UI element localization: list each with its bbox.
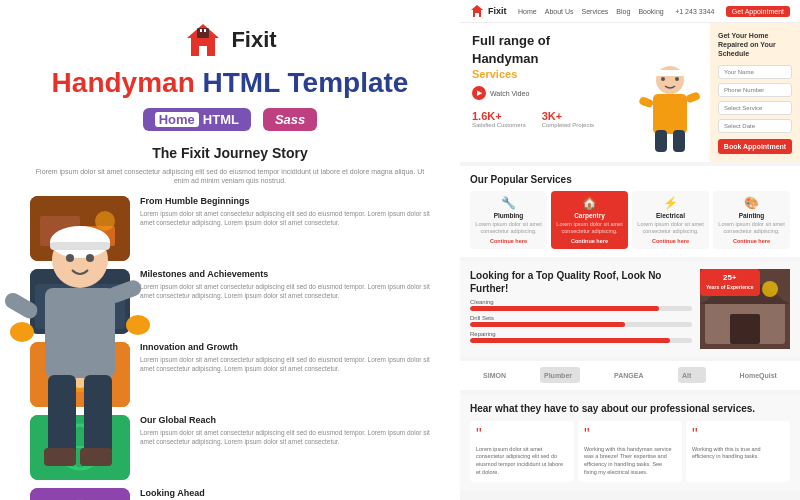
svg-rect-38 xyxy=(673,130,685,152)
hero-worker-figure xyxy=(630,23,710,162)
roofing-content: Looking for a Top Quality Roof, Look No … xyxy=(470,269,692,347)
services-section-title: Our Popular Services xyxy=(470,174,790,185)
left-headline: Handyman HTML Template xyxy=(52,66,409,100)
testimonial-text-1: Lorem ipsum dolor sit amet consectetur a… xyxy=(476,446,568,477)
partner-simon: SIMON xyxy=(483,372,506,379)
story-item-3-text: Lorem ipsum dolor sit amet consectetur a… xyxy=(140,355,430,373)
story-item-2-title: Milestones and Achievements xyxy=(140,269,430,279)
service-card-electrical: ⚡ Electrical Lorem ipsum dolor sit amet … xyxy=(632,191,709,248)
nav-blog[interactable]: Blog xyxy=(616,8,630,15)
logo-text: Fixit xyxy=(231,27,276,53)
nav-services[interactable]: Services xyxy=(582,8,609,15)
quote-icon-1: " xyxy=(476,427,568,443)
service-card-plumbing: 🔧 Plumbing Lorem ipsum dolor sit amet co… xyxy=(470,191,547,248)
sass-badge-text: Sass xyxy=(275,112,305,127)
svg-rect-28 xyxy=(80,448,112,466)
right-panel: Fixit Home About Us Services Blog Bookin… xyxy=(460,0,800,500)
services-section: Our Popular Services 🔧 Plumbing Lorem ip… xyxy=(460,166,800,256)
navbar-appointment-button[interactable]: Get Appointment xyxy=(726,6,790,17)
plumbing-link[interactable]: Continue here xyxy=(474,238,543,244)
exp-label: Years of Experience xyxy=(706,284,754,290)
testimonial-text-2: Working with this handyman service was a… xyxy=(584,446,676,477)
roofing-bar-cleaning: Cleaning xyxy=(470,299,692,311)
svg-rect-1 xyxy=(200,29,202,32)
svg-rect-26 xyxy=(84,375,112,455)
carpentry-title: Carpentry xyxy=(555,212,624,219)
house-icon xyxy=(183,20,223,60)
electrical-link[interactable]: Continue here xyxy=(636,238,705,244)
partners-section: SIMON Plumber PANGEA Alt HomeQuist xyxy=(460,361,800,390)
service-card-carpentry: 🏠 Carpentry Lorem ipsum dolor sit amet c… xyxy=(551,191,628,248)
exp-number: 25+ xyxy=(723,273,737,282)
hero-title-line2: Handyman xyxy=(472,51,620,67)
experience-badge: 25+ Years of Experience xyxy=(700,269,760,296)
testimonial-card-3: " Working with this is true and efficien… xyxy=(686,421,790,483)
electrical-title: Electrical xyxy=(636,212,705,219)
hero-form-panel: Get Your Home Repaired on Your Schedule … xyxy=(710,23,800,162)
hero-form-date-input[interactable] xyxy=(718,119,792,133)
electrical-text: Lorem ipsum dolor sit amet consectetur a… xyxy=(636,221,705,235)
story-item-3-title: Innovation and Growth xyxy=(140,342,430,352)
testimonials-section: Hear what they have to say about our pro… xyxy=(460,394,800,491)
navbar-phone: +1 243 3344 xyxy=(675,8,714,15)
headline-html: HTML Template xyxy=(203,67,409,98)
hero-stat-customers: 1.6K+ Satisfied Customers xyxy=(472,110,526,128)
testimonials-grid: " Lorem ipsum dolor sit amet consectetur… xyxy=(470,421,790,483)
painting-title: Painting xyxy=(717,212,786,219)
hero-section: Full range of Handyman Services ▶ Watch … xyxy=(460,23,800,162)
hero-worker-svg xyxy=(635,62,705,162)
roofing-bar-repairing: Repairing xyxy=(470,331,692,343)
svg-point-41 xyxy=(661,77,665,81)
svg-rect-29 xyxy=(2,290,40,321)
hero-content: Full range of Handyman Services ▶ Watch … xyxy=(460,23,630,162)
story-item-5-content: Looking Ahead Lorem ipsum dolor sit amet… xyxy=(140,488,430,500)
stat1-number: 1.6K+ xyxy=(472,110,526,122)
nav-booking[interactable]: Booking xyxy=(638,8,663,15)
nav-about[interactable]: About Us xyxy=(545,8,574,15)
plumbing-icon: 🔧 xyxy=(474,196,543,210)
alt-logo-svg: Alt xyxy=(678,367,706,383)
story-item-4-text: Lorem ipsum dolor sit amet consectetur a… xyxy=(140,428,430,446)
testimonials-title: Hear what they have to say about our pro… xyxy=(470,402,790,415)
nav-home[interactable]: Home xyxy=(518,8,537,15)
carpentry-link[interactable]: Continue here xyxy=(555,238,624,244)
quote-icon-2: " xyxy=(584,427,676,443)
hero-form-service-input[interactable] xyxy=(718,101,792,115)
hero-form-title: Get Your Home Repaired on Your Schedule xyxy=(718,31,792,58)
roofing-image-area: 25+ Years of Experience xyxy=(700,269,790,349)
roofing-bar-drillsets: Drill Sets xyxy=(470,315,692,327)
story-title: The Fixit Journey Story xyxy=(30,145,430,161)
svg-rect-37 xyxy=(655,130,667,152)
html-badge-text: HTML xyxy=(203,112,239,127)
svg-rect-0 xyxy=(197,28,209,38)
stat2-label: Completed Projects xyxy=(542,122,594,128)
svg-rect-23 xyxy=(50,242,110,250)
svg-rect-43 xyxy=(655,70,685,76)
service-card-painting: 🎨 Painting Lorem ipsum dolor sit amet co… xyxy=(713,191,790,248)
navbar-contact: +1 243 3344 xyxy=(675,8,714,15)
quote-icon-3: " xyxy=(692,427,784,443)
roofing-photo: 25+ Years of Experience xyxy=(700,269,790,349)
bar-fill-drillsets xyxy=(470,322,625,327)
painting-link[interactable]: Continue here xyxy=(717,238,786,244)
story-item-4-content: Our Global Reach Lorem ipsum dolor sit a… xyxy=(140,415,430,446)
navbar-logo: Fixit xyxy=(470,4,507,18)
bar-fill-repairing xyxy=(470,338,670,343)
story-item-5-title: Looking Ahead xyxy=(140,488,430,498)
hero-form-submit-button[interactable]: Book Appointment xyxy=(718,139,792,154)
svg-text:Plumber: Plumber xyxy=(544,372,572,379)
services-grid: 🔧 Plumbing Lorem ipsum dolor sit amet co… xyxy=(470,191,790,248)
svg-point-34 xyxy=(86,254,94,262)
hero-stat-projects: 3K+ Completed Projects xyxy=(542,110,594,128)
painting-icon: 🎨 xyxy=(717,196,786,210)
navbar: Fixit Home About Us Services Blog Bookin… xyxy=(460,0,800,23)
hero-form-name-input[interactable] xyxy=(718,65,792,79)
headline-handyman: Handyman xyxy=(52,67,195,98)
hero-form-phone-input[interactable] xyxy=(718,83,792,97)
svg-rect-25 xyxy=(48,375,76,455)
left-logo: Fixit xyxy=(183,20,276,60)
plumber-logo-svg: Plumber xyxy=(540,367,580,383)
svg-rect-36 xyxy=(653,94,687,134)
electrical-icon: ⚡ xyxy=(636,196,705,210)
hero-play-button[interactable]: ▶ Watch Video xyxy=(472,86,620,100)
